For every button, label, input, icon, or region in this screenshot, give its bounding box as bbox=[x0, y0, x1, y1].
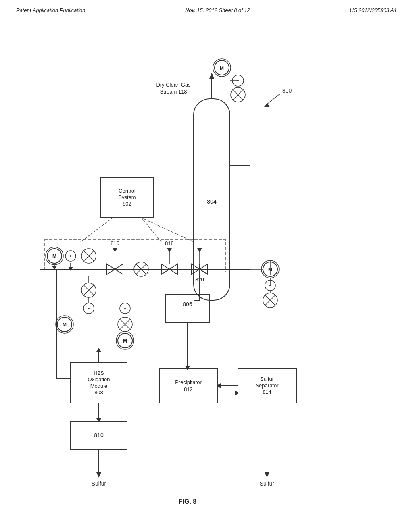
header-center: Nov. 15, 2012 Sheet 8 of 12 bbox=[185, 7, 250, 13]
svg-text:Module: Module bbox=[90, 383, 108, 389]
h2s-label: H2S bbox=[94, 370, 104, 376]
svg-marker-98 bbox=[96, 472, 101, 478]
label-816: 816 bbox=[111, 240, 119, 246]
figure-label: FIG. 8 bbox=[179, 498, 197, 505]
svg-marker-109 bbox=[235, 391, 239, 395]
svg-marker-93 bbox=[96, 348, 101, 352]
svg-text:M: M bbox=[52, 254, 56, 259]
svg-marker-14 bbox=[264, 103, 270, 107]
svg-point-74 bbox=[88, 308, 90, 309]
header-left: Patent Application Publication bbox=[16, 7, 86, 13]
svg-text:812: 812 bbox=[184, 386, 193, 392]
svg-marker-96 bbox=[96, 418, 101, 422]
label-810: 810 bbox=[94, 432, 104, 438]
svg-line-13 bbox=[266, 94, 280, 105]
sulfur-left-label: Sulfur bbox=[92, 480, 106, 487]
label-800: 800 bbox=[282, 87, 292, 94]
label-806: 806 bbox=[183, 301, 192, 308]
label-818: 818 bbox=[165, 240, 174, 246]
dry-clean-gas-label: Dry Clean Gas bbox=[156, 82, 191, 88]
svg-text:808: 808 bbox=[94, 389, 103, 395]
header-right: US 2012/285863 A1 bbox=[350, 7, 397, 13]
svg-text:Separator: Separator bbox=[255, 382, 279, 389]
control-system-label: Control bbox=[119, 188, 136, 194]
svg-text:Stream 118: Stream 118 bbox=[160, 89, 187, 95]
svg-text:M: M bbox=[63, 322, 67, 328]
label-804: 804 bbox=[207, 198, 217, 205]
page-header: Patent Application Publication Nov. 15, … bbox=[0, 0, 413, 13]
sulfur-right-label: Sulfur bbox=[260, 480, 275, 487]
sulfur-sep-label: Sulfur bbox=[260, 376, 274, 382]
svg-text:M: M bbox=[220, 65, 224, 71]
svg-text:814: 814 bbox=[263, 389, 271, 395]
diagram-area: 804 M Dry Clean Gas Stream 118 800 Contr… bbox=[0, 24, 413, 524]
svg-marker-111 bbox=[265, 472, 269, 478]
svg-text:System: System bbox=[118, 194, 136, 200]
svg-marker-46 bbox=[167, 248, 172, 252]
precipitator-label: Precipitator bbox=[175, 379, 202, 385]
svg-text:M: M bbox=[123, 338, 127, 344]
svg-text:802: 802 bbox=[123, 201, 131, 207]
svg-marker-39 bbox=[113, 248, 117, 252]
svg-marker-107 bbox=[217, 383, 221, 388]
svg-line-21 bbox=[141, 218, 161, 242]
svg-point-83 bbox=[124, 308, 126, 309]
svg-line-19 bbox=[81, 218, 113, 242]
svg-marker-2 bbox=[209, 73, 214, 79]
svg-text:Oxidation: Oxidation bbox=[88, 376, 110, 382]
svg-point-27 bbox=[70, 255, 71, 257]
svg-line-22 bbox=[141, 218, 194, 242]
svg-marker-50 bbox=[197, 248, 202, 252]
